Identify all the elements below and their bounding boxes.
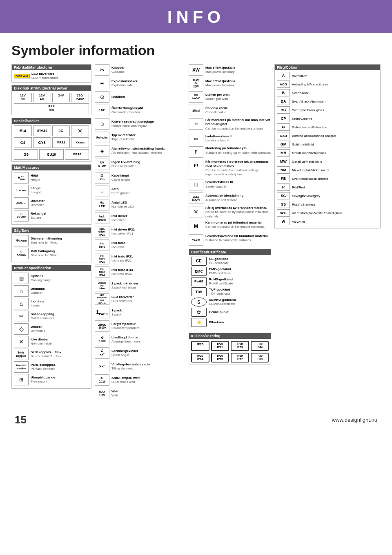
color-BG: BG Svart glas/Black glass <box>277 106 378 114</box>
section-header-ip: IP klass/IP rating <box>189 333 271 339</box>
sym-overload: 110° ÖverhettningsskyddOverload protecti… <box>95 105 185 116</box>
column-4: Färg/Colour A Aluminium ACG Antracit grå… <box>274 64 381 228</box>
color-WG: WG Vit frostad glas/White frosted glass <box>277 209 378 217</box>
ip-20-64: IP20IP64 <box>191 353 209 363</box>
measure-length: LXXmm LängdLenght <box>14 185 89 196</box>
socket-mr16: MR16 <box>65 149 89 160</box>
sym-2pack: 2 packinc.driver 2-pack inkl driver2-pac… <box>95 280 185 291</box>
section-socket: Sockel/Socket E14 GY6,35 JC ✕ G4 GY8 MR1… <box>11 118 91 162</box>
color-SS: SS Rostfri/Stainless <box>277 201 378 208</box>
sym-no-cover: ✕ Får ej övertäckas av brännbart materia… <box>189 206 271 219</box>
section-color: Färg/Colour A Aluminium ACG Antracit grå… <box>274 64 381 228</box>
sym-led-count: 6xLED Antal LEDNumber of LED <box>95 199 185 210</box>
socket-g9: G9 <box>14 149 38 160</box>
sym-candela: 16cd Candela värdeCandela value <box>189 105 271 116</box>
color-B: B Svart/Black <box>277 89 378 96</box>
sym-insulated-ceiling: F/ Får monteras i isolerade tak tillsamm… <box>189 160 271 177</box>
sym-lifetime: ⏱2.000 Livslängd timmarAverage time, hou… <box>95 334 185 345</box>
section-product: Product specification ▤ KylflänsCooling … <box>11 265 91 389</box>
sym-distance: ⌖0,3m Säkerhetsavstånd till brännbart ma… <box>189 234 271 246</box>
cert-emc: EMC EMC-godkändEMC-certificate <box>191 267 269 276</box>
color-NM: NM Nickel metall/Nickel metal <box>277 166 378 174</box>
socket-gy635: GY6,35 <box>33 125 51 136</box>
color-G: G Galvaniserad/Galvanize <box>277 123 378 131</box>
socket-xxmm1: XXmm <box>71 137 89 148</box>
cert-rohs: RoHS RoHS-godkändRoHS-certificate <box>191 277 269 286</box>
column-2: ✂ KlippbarCuteable ☀ ExplosionssäkerExpl… <box>95 64 185 401</box>
sym-incl-trafo-ip21: Inc.trafoIP21 Inkl trafo IP21Incl trafo … <box>95 253 185 264</box>
socket-gy8: GY8 <box>33 137 51 148</box>
ip-20-21: IP20IP21 <box>211 341 229 351</box>
product-cooling: ▤ KylflänsCooling flange <box>14 273 89 284</box>
ip-20-68: IP20IP68 <box>251 353 269 363</box>
sym-lamps-watt: 3x0,1W Antal lampor, wattLEDs times watt <box>95 374 185 386</box>
sym-iso-class2: ▭ Isolationsklass IIIsolation class II <box>189 133 271 144</box>
product-indoor: ⌂ InomhusIndoor <box>14 298 89 309</box>
sym-led-converter: LEDconverter6W350mA LED konverterLED con… <box>95 293 185 305</box>
color-SG: SG Silvergrå/Silvergrey <box>277 192 378 199</box>
color-GAB: GAB Borstad antik/Brushed Antique <box>277 132 378 139</box>
section-measures: Mått/Measures Hxxmm HöjdHeight LXXmm Län… <box>11 164 91 225</box>
product-quickconn: ✂ SnabbkopplingQuick connector <box>14 311 89 322</box>
sym-lmw: 50lm/W Lumen per wattLumen per watt <box>189 91 271 103</box>
section-header-electrical: Elektrisk ström/Electrial power <box>12 85 91 91</box>
sym-tiltdeg: XX° Vinklingsbar antal graderTilting deg… <box>95 361 185 372</box>
header: INFO <box>0 0 392 33</box>
page-content: Symboler information Fabrikat/Manufactur… <box>0 33 392 405</box>
sym-cable: ⊡Xm KabellängdCable lenght <box>95 172 185 184</box>
sym-mount-flammable: M Kan monteras på brännbart material.Can… <box>189 221 271 232</box>
website: www.designlight.nu <box>332 417 377 423</box>
header-title: INFO <box>0 7 392 27</box>
cert-tuv: TüV TÜF-godkändTÜF-certificate <box>191 287 269 296</box>
color-CP: CP Krom/Chrome <box>277 115 378 122</box>
socket-g4: G4 <box>14 137 32 148</box>
cert-grune: ✿ Grüne punkt <box>191 308 269 317</box>
sym-isolation: ⊙ Isolation <box>95 91 185 103</box>
socket-mr11: MR11 <box>52 137 70 148</box>
color-R: R Röd/Red <box>277 184 378 191</box>
osram-logo: OSRAM <box>14 74 30 78</box>
saw-diameter: ⊕XXmm Diameter håltagningSize hole for f… <box>14 235 89 246</box>
socket-gu10: GU10 <box>39 149 63 160</box>
sym-reflector-type: Reflector Typ av reflektorType of reflec… <box>95 132 185 143</box>
voltage-24v: 24V <box>52 93 70 103</box>
column-1: Fabrikat/Manufacturer OSRAM LED tillverk… <box>11 64 91 391</box>
section-cert: Certificat/Certificate CE CE-godkändCE-c… <box>189 249 271 330</box>
sym-earth: ⏚ JordEarth ground <box>95 186 185 197</box>
color-A: A Aluminium <box>277 72 378 79</box>
section-header-saw: Såg/Saw <box>12 228 91 233</box>
sym-incl-trafo-ip44: Inc.trafoIP44 Inkl trafo IP44Incl trafo … <box>95 266 185 278</box>
socket-x1: ✕ <box>71 125 89 136</box>
sym-alu-reflector: ◈ Alu reflektor, värmestråling framåtAlu… <box>95 145 185 157</box>
sym-beamangle: ∠xx° SpridningsvinkelBeam angle <box>95 347 185 359</box>
product-nondim: ✕ Icke dimbarNon dimmable <box>14 336 89 347</box>
sym-incl-driver: Incl.driver Inkl driverIncl driver <box>95 213 185 224</box>
ip-20-65: IP20IP65 <box>211 353 229 363</box>
color-MB: MB Metall svart/Metal black <box>277 149 378 157</box>
section-ip: IP klass/IP rating IP20 IP20IP21 IP20IP2… <box>189 333 271 365</box>
color-ACG: ACG Antracit grå/Antracit grey <box>277 81 378 88</box>
section-header-color: Färg/Colour <box>275 65 380 70</box>
sym-selv: SELVEQUIV Automatisk återställningAutoma… <box>189 192 271 204</box>
sym-no-uv: UVSTOP Ingen UV-strålningNon UV radiatio… <box>95 159 185 170</box>
socket-jc: JC <box>52 125 70 136</box>
manufacturer-text: LED tillverkareLED manufacturer <box>31 72 58 81</box>
measure-square: □XXxXX RektangelSquare <box>14 210 89 222</box>
socket-e14: E14 <box>14 125 32 136</box>
product-outdoor: ⌂ UtomhusOutdoor <box>14 285 89 297</box>
section-header-manufacturer: Fabrikat/Manufacturer <box>12 65 91 70</box>
sym-1pack: 1PACK 1-pack1-pack <box>95 307 185 318</box>
section-saw: Såg/Saw ⊕XXmm Diameter håltagningSize ho… <box>11 227 91 262</box>
section-header-cert: Certificat/Certificate <box>189 249 271 255</box>
sym-safety-class3: ||| Säkerhetsklass IIISafety class III <box>189 179 271 190</box>
page-footer: 15 www.designlight.nu <box>0 410 392 430</box>
color-W: W Vit/White <box>277 218 378 225</box>
symbols-grid: Fabrikat/Manufacturer OSRAM LED tillverk… <box>11 64 381 401</box>
current-xxx: XXXmA <box>14 103 89 113</box>
section-electrical: Elektrisk ström/Electrial power 12VDC 12… <box>11 85 91 115</box>
voltage-12vac: 12VAC <box>33 93 51 103</box>
section-header-product: Product specification <box>12 265 91 271</box>
sym-xw: XW Max effekt ljuskällaMax power luminar… <box>189 64 271 76</box>
sym-explosion: ☀ ExplosionssäkerExplosion safe <box>95 78 185 89</box>
saw-size: □XXxXX Mått håltagningSize hole for fitt… <box>14 248 89 259</box>
